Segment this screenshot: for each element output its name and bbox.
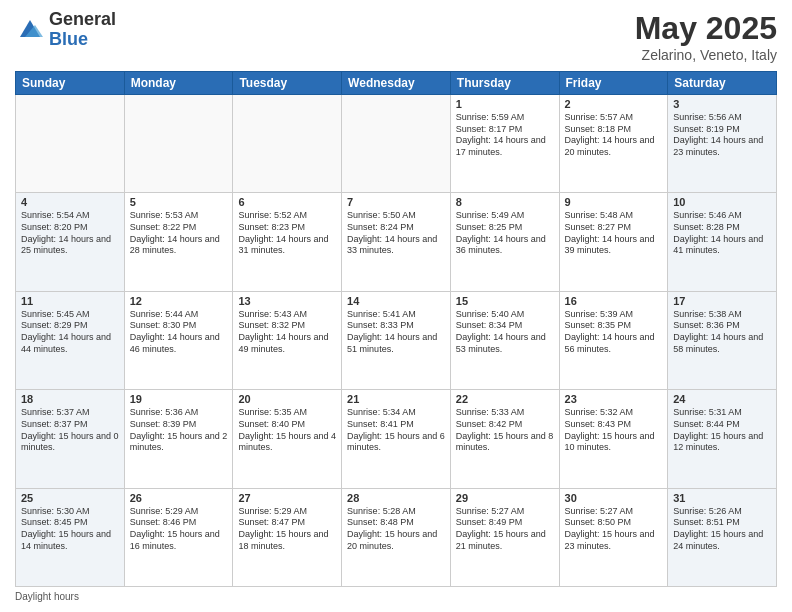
day-number: 9 — [565, 196, 663, 208]
calendar-cell — [16, 95, 125, 193]
day-info: Sunrise: 5:29 AM Sunset: 8:46 PM Dayligh… — [130, 506, 228, 553]
calendar-cell — [233, 95, 342, 193]
day-info: Sunrise: 5:31 AM Sunset: 8:44 PM Dayligh… — [673, 407, 771, 454]
day-info: Sunrise: 5:53 AM Sunset: 8:22 PM Dayligh… — [130, 210, 228, 257]
calendar-cell: 25Sunrise: 5:30 AM Sunset: 8:45 PM Dayli… — [16, 488, 125, 586]
logo-icon — [15, 15, 45, 45]
calendar-cell: 27Sunrise: 5:29 AM Sunset: 8:47 PM Dayli… — [233, 488, 342, 586]
day-info: Sunrise: 5:35 AM Sunset: 8:40 PM Dayligh… — [238, 407, 336, 454]
calendar-title: May 2025 — [635, 10, 777, 47]
day-number: 22 — [456, 393, 554, 405]
logo: General Blue — [15, 10, 116, 50]
day-number: 7 — [347, 196, 445, 208]
day-number: 2 — [565, 98, 663, 110]
day-number: 12 — [130, 295, 228, 307]
calendar-cell: 23Sunrise: 5:32 AM Sunset: 8:43 PM Dayli… — [559, 390, 668, 488]
weekday-header-saturday: Saturday — [668, 72, 777, 95]
calendar-cell: 9Sunrise: 5:48 AM Sunset: 8:27 PM Daylig… — [559, 193, 668, 291]
weekday-header-tuesday: Tuesday — [233, 72, 342, 95]
day-info: Sunrise: 5:54 AM Sunset: 8:20 PM Dayligh… — [21, 210, 119, 257]
calendar-cell: 12Sunrise: 5:44 AM Sunset: 8:30 PM Dayli… — [124, 291, 233, 389]
day-info: Sunrise: 5:32 AM Sunset: 8:43 PM Dayligh… — [565, 407, 663, 454]
day-number: 3 — [673, 98, 771, 110]
day-number: 31 — [673, 492, 771, 504]
day-info: Sunrise: 5:45 AM Sunset: 8:29 PM Dayligh… — [21, 309, 119, 356]
day-info: Sunrise: 5:57 AM Sunset: 8:18 PM Dayligh… — [565, 112, 663, 159]
day-info: Sunrise: 5:34 AM Sunset: 8:41 PM Dayligh… — [347, 407, 445, 454]
week-row-4: 18Sunrise: 5:37 AM Sunset: 8:37 PM Dayli… — [16, 390, 777, 488]
day-number: 20 — [238, 393, 336, 405]
weekday-header-sunday: Sunday — [16, 72, 125, 95]
calendar-cell: 1Sunrise: 5:59 AM Sunset: 8:17 PM Daylig… — [450, 95, 559, 193]
calendar-cell: 16Sunrise: 5:39 AM Sunset: 8:35 PM Dayli… — [559, 291, 668, 389]
day-info: Sunrise: 5:41 AM Sunset: 8:33 PM Dayligh… — [347, 309, 445, 356]
calendar-cell — [342, 95, 451, 193]
day-number: 29 — [456, 492, 554, 504]
day-number: 19 — [130, 393, 228, 405]
calendar-cell: 18Sunrise: 5:37 AM Sunset: 8:37 PM Dayli… — [16, 390, 125, 488]
calendar-subtitle: Zelarino, Veneto, Italy — [635, 47, 777, 63]
day-number: 18 — [21, 393, 119, 405]
day-info: Sunrise: 5:46 AM Sunset: 8:28 PM Dayligh… — [673, 210, 771, 257]
logo-blue-text: Blue — [49, 30, 116, 50]
day-info: Sunrise: 5:29 AM Sunset: 8:47 PM Dayligh… — [238, 506, 336, 553]
day-info: Sunrise: 5:37 AM Sunset: 8:37 PM Dayligh… — [21, 407, 119, 454]
calendar: SundayMondayTuesdayWednesdayThursdayFrid… — [15, 71, 777, 587]
day-number: 14 — [347, 295, 445, 307]
day-number: 24 — [673, 393, 771, 405]
day-number: 26 — [130, 492, 228, 504]
day-info: Sunrise: 5:30 AM Sunset: 8:45 PM Dayligh… — [21, 506, 119, 553]
calendar-cell: 28Sunrise: 5:28 AM Sunset: 8:48 PM Dayli… — [342, 488, 451, 586]
footer: Daylight hours — [15, 591, 777, 602]
calendar-cell — [124, 95, 233, 193]
day-number: 30 — [565, 492, 663, 504]
day-info: Sunrise: 5:52 AM Sunset: 8:23 PM Dayligh… — [238, 210, 336, 257]
header: General Blue May 2025 Zelarino, Veneto, … — [15, 10, 777, 63]
calendar-cell: 2Sunrise: 5:57 AM Sunset: 8:18 PM Daylig… — [559, 95, 668, 193]
calendar-cell: 26Sunrise: 5:29 AM Sunset: 8:46 PM Dayli… — [124, 488, 233, 586]
calendar-cell: 13Sunrise: 5:43 AM Sunset: 8:32 PM Dayli… — [233, 291, 342, 389]
day-number: 27 — [238, 492, 336, 504]
logo-general-text: General — [49, 10, 116, 30]
week-row-1: 1Sunrise: 5:59 AM Sunset: 8:17 PM Daylig… — [16, 95, 777, 193]
day-number: 13 — [238, 295, 336, 307]
day-number: 23 — [565, 393, 663, 405]
calendar-cell: 22Sunrise: 5:33 AM Sunset: 8:42 PM Dayli… — [450, 390, 559, 488]
calendar-cell: 21Sunrise: 5:34 AM Sunset: 8:41 PM Dayli… — [342, 390, 451, 488]
day-info: Sunrise: 5:56 AM Sunset: 8:19 PM Dayligh… — [673, 112, 771, 159]
day-number: 16 — [565, 295, 663, 307]
calendar-cell: 8Sunrise: 5:49 AM Sunset: 8:25 PM Daylig… — [450, 193, 559, 291]
weekday-header-wednesday: Wednesday — [342, 72, 451, 95]
calendar-cell: 10Sunrise: 5:46 AM Sunset: 8:28 PM Dayli… — [668, 193, 777, 291]
day-number: 21 — [347, 393, 445, 405]
day-info: Sunrise: 5:27 AM Sunset: 8:49 PM Dayligh… — [456, 506, 554, 553]
day-number: 4 — [21, 196, 119, 208]
footer-text: Daylight hours — [15, 591, 79, 602]
calendar-cell: 19Sunrise: 5:36 AM Sunset: 8:39 PM Dayli… — [124, 390, 233, 488]
day-number: 25 — [21, 492, 119, 504]
calendar-cell: 7Sunrise: 5:50 AM Sunset: 8:24 PM Daylig… — [342, 193, 451, 291]
title-block: May 2025 Zelarino, Veneto, Italy — [635, 10, 777, 63]
calendar-cell: 4Sunrise: 5:54 AM Sunset: 8:20 PM Daylig… — [16, 193, 125, 291]
day-number: 6 — [238, 196, 336, 208]
calendar-cell: 31Sunrise: 5:26 AM Sunset: 8:51 PM Dayli… — [668, 488, 777, 586]
day-info: Sunrise: 5:40 AM Sunset: 8:34 PM Dayligh… — [456, 309, 554, 356]
calendar-cell: 6Sunrise: 5:52 AM Sunset: 8:23 PM Daylig… — [233, 193, 342, 291]
day-info: Sunrise: 5:49 AM Sunset: 8:25 PM Dayligh… — [456, 210, 554, 257]
calendar-cell: 24Sunrise: 5:31 AM Sunset: 8:44 PM Dayli… — [668, 390, 777, 488]
weekday-header-monday: Monday — [124, 72, 233, 95]
day-info: Sunrise: 5:39 AM Sunset: 8:35 PM Dayligh… — [565, 309, 663, 356]
week-row-2: 4Sunrise: 5:54 AM Sunset: 8:20 PM Daylig… — [16, 193, 777, 291]
day-info: Sunrise: 5:59 AM Sunset: 8:17 PM Dayligh… — [456, 112, 554, 159]
calendar-cell: 17Sunrise: 5:38 AM Sunset: 8:36 PM Dayli… — [668, 291, 777, 389]
day-info: Sunrise: 5:27 AM Sunset: 8:50 PM Dayligh… — [565, 506, 663, 553]
calendar-cell: 11Sunrise: 5:45 AM Sunset: 8:29 PM Dayli… — [16, 291, 125, 389]
week-row-3: 11Sunrise: 5:45 AM Sunset: 8:29 PM Dayli… — [16, 291, 777, 389]
day-number: 17 — [673, 295, 771, 307]
calendar-cell: 20Sunrise: 5:35 AM Sunset: 8:40 PM Dayli… — [233, 390, 342, 488]
weekday-header-thursday: Thursday — [450, 72, 559, 95]
calendar-cell: 15Sunrise: 5:40 AM Sunset: 8:34 PM Dayli… — [450, 291, 559, 389]
day-info: Sunrise: 5:44 AM Sunset: 8:30 PM Dayligh… — [130, 309, 228, 356]
calendar-cell: 30Sunrise: 5:27 AM Sunset: 8:50 PM Dayli… — [559, 488, 668, 586]
calendar-cell: 5Sunrise: 5:53 AM Sunset: 8:22 PM Daylig… — [124, 193, 233, 291]
